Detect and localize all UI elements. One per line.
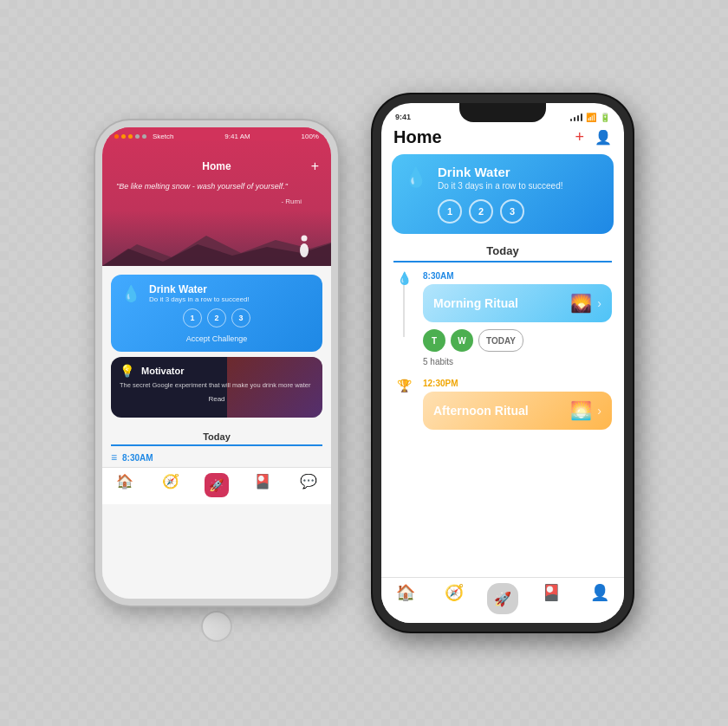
- home-button-area: [95, 606, 338, 647]
- phone2-rocket-bg: 🚀: [487, 583, 518, 614]
- morning-time-icon: 💧: [397, 271, 412, 285]
- phone2-compass-icon: 🧭: [445, 583, 464, 602]
- afternoon-ritual-card[interactable]: Afternoon Ritual 🌅 ›: [423, 392, 612, 430]
- timeline-content-2: 12:30PM Afternoon Ritual 🌅 ›: [423, 379, 612, 437]
- phone2-status-icons: 📶 🔋: [570, 113, 611, 122]
- habits-count: 5 habits: [423, 357, 612, 366]
- phone2-nav-home[interactable]: 🏠: [381, 583, 430, 614]
- phone2-time: 9:41: [395, 113, 411, 121]
- dw-circle-2: 2: [207, 308, 226, 327]
- dw-circle-3: 3: [231, 308, 250, 327]
- timeline-left-1: 💧: [393, 271, 414, 337]
- timeline-item-morning: 💧 8:30AM Morning Ritual 🌄 ›: [393, 271, 612, 370]
- challenge-circles: 1 2 3: [438, 199, 563, 224]
- challenge-water-icon: 💧: [404, 166, 427, 189]
- challenge-title: Drink Water: [438, 165, 563, 179]
- svg-point-3: [300, 243, 309, 257]
- challenge-circle-2: 2: [469, 199, 493, 224]
- accept-challenge-button[interactable]: Accept Challenge: [121, 334, 312, 343]
- day-badge-t: T: [423, 329, 445, 352]
- phone2: 9:41 📶 🔋 Home + 👤: [373, 94, 633, 632]
- timeline-left-2: 🏆: [393, 379, 414, 392]
- quote-text: "Be like melting snow - wash yourself of…: [114, 181, 319, 192]
- morning-time: 8:30AM: [423, 271, 612, 281]
- water-drop-icon: 💧: [121, 284, 140, 303]
- nav-compass-button[interactable]: 🧭: [148, 473, 194, 497]
- motivator-desc: The secret Google experiment that will m…: [120, 381, 314, 390]
- challenge-circle-3: 3: [500, 199, 524, 224]
- wifi-icon: 📶: [586, 113, 596, 122]
- today-label: Today: [111, 431, 322, 446]
- compass-icon: 🧭: [162, 473, 179, 489]
- challenge-card[interactable]: 💧 Drink Water Do it 3 days in a row to s…: [392, 154, 614, 234]
- phone2-today-label: Today: [393, 244, 612, 263]
- day-badge-today[interactable]: TODAY: [478, 329, 523, 352]
- afternoon-time-icon: 🏆: [397, 379, 412, 392]
- phone1-status-bar: Sketch 9:41 AM 100%: [102, 127, 331, 140]
- nav-rocket-button[interactable]: 🚀: [194, 473, 240, 497]
- phone2-header-icons: + 👤: [575, 128, 612, 146]
- phone2-home-title: Home: [393, 127, 442, 147]
- morning-ritual-title: Morning Ritual: [433, 296, 518, 310]
- phone2-nav-compass[interactable]: 🧭: [430, 583, 478, 614]
- figure-decoration: [298, 235, 310, 259]
- motivator-icon: 💡: [120, 364, 134, 378]
- phone2-home-icon: 🏠: [396, 583, 415, 602]
- phone1-nav-bar: 🏠 🧭 🚀 🎴 💬: [102, 467, 331, 504]
- dw-circles-row: 1 2 3: [121, 308, 312, 327]
- phone2-rocket-icon: 🚀: [494, 591, 511, 607]
- phone2-nav-cards[interactable]: 🎴: [527, 583, 575, 614]
- rocket-bg: 🚀: [205, 473, 229, 497]
- phone2-nav-bar: 🏠 🧭 🚀 🎴 👤: [381, 577, 624, 623]
- phone1: Sketch 9:41 AM 100% Home + "Be like melt…: [95, 120, 338, 606]
- read-button[interactable]: Read: [120, 395, 314, 403]
- phone2-cards-icon: 🎴: [542, 583, 561, 602]
- phone1-title: Home: [202, 160, 231, 172]
- motivator-card[interactable]: 💡 Motivator The secret Google experiment…: [111, 357, 322, 418]
- mountains-decoration: [102, 231, 331, 266]
- phone1-content: 💧 Drink Water Do it 3 days in a row to s…: [102, 266, 331, 599]
- today-time-icon: ≡: [111, 451, 117, 463]
- morning-chevron-icon: ›: [597, 296, 601, 310]
- today-section: Today ≡ 8:30AM: [102, 423, 331, 467]
- phone2-notch: [459, 103, 546, 122]
- home-button[interactable]: [201, 611, 232, 642]
- timeline-content-1: 8:30AM Morning Ritual 🌄 › T W TODAY: [423, 271, 612, 370]
- phone2-header: Home + 👤: [381, 124, 624, 154]
- drink-water-card[interactable]: 💧 Drink Water Do it 3 days in a row to s…: [111, 275, 322, 352]
- nav-chat-button[interactable]: 💬: [285, 473, 331, 497]
- nav-home-button[interactable]: 🏠: [102, 473, 148, 497]
- rocket-icon: 🚀: [209, 478, 224, 492]
- phone2-plus-button[interactable]: +: [575, 128, 584, 146]
- phone1-frame: Sketch 9:41 AM 100% Home + "Be like melt…: [95, 120, 338, 606]
- status-time: 9:41 AM: [224, 133, 250, 140]
- phone1-hero: Sketch 9:41 AM 100% Home + "Be like melt…: [102, 127, 331, 266]
- phone2-person-button[interactable]: 👤: [595, 129, 612, 146]
- signal-icon: [570, 113, 583, 121]
- afternoon-ritual-emoji: 🌅: [570, 400, 592, 421]
- day-badges-row: T W TODAY: [423, 329, 612, 352]
- battery-label: 100%: [302, 133, 319, 140]
- motivator-title: Motivator: [141, 366, 185, 376]
- cards-icon: 🎴: [254, 473, 271, 489]
- morning-ritual-card[interactable]: Morning Ritual 🌄 ›: [423, 284, 612, 322]
- phone2-frame: 9:41 📶 🔋 Home + 👤: [373, 94, 633, 632]
- phone2-nav-person[interactable]: 👤: [575, 583, 624, 614]
- quote-author: - Rumi: [114, 198, 302, 205]
- phone1-screen: Sketch 9:41 AM 100% Home + "Be like melt…: [102, 127, 331, 599]
- today-time: 8:30AM: [122, 453, 153, 463]
- phone2-nav-rocket[interactable]: 🚀: [478, 583, 527, 614]
- morning-ritual-emoji: 🌄: [570, 293, 592, 314]
- sketch-label: Sketch: [153, 133, 173, 140]
- phone2-person-nav-icon: 👤: [590, 583, 609, 602]
- day-badge-w: W: [451, 329, 473, 352]
- phone1-nav: Home +: [114, 160, 319, 172]
- afternoon-time: 12:30PM: [423, 379, 612, 388]
- challenge-subtitle: Do it 3 days in a row to succeed!: [438, 181, 563, 191]
- challenge-circle-1: 1: [438, 199, 462, 224]
- afternoon-ritual-title: Afternoon Ritual: [433, 404, 529, 418]
- phone1-plus-button[interactable]: +: [311, 159, 319, 174]
- dw-circle-1: 1: [183, 308, 202, 327]
- svg-point-2: [302, 236, 308, 242]
- nav-cards-button[interactable]: 🎴: [239, 473, 285, 497]
